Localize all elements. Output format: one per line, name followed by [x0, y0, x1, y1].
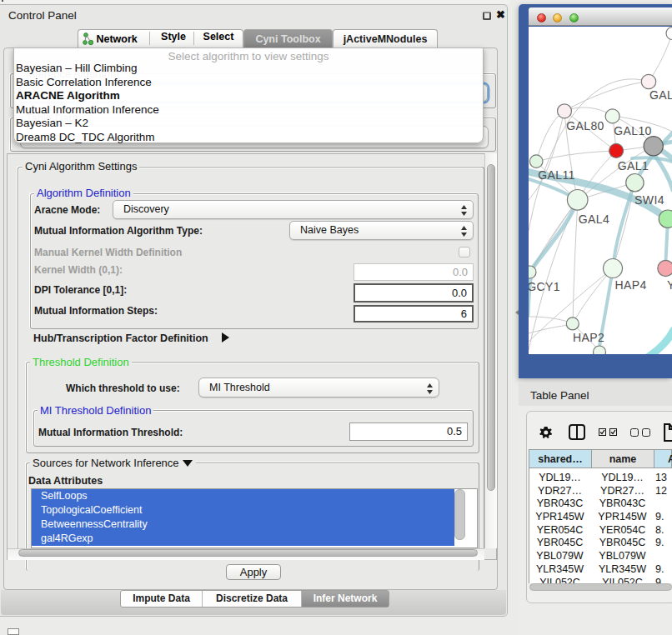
svg-text:GAL4: GAL4: [579, 212, 609, 226]
svg-text:GAL10: GAL10: [614, 124, 652, 138]
svg-text:SWI4: SWI4: [634, 193, 664, 207]
svg-text:Y: Y: [667, 278, 672, 292]
svg-text:GCY1: GCY1: [529, 280, 560, 293]
svg-text:GAL11: GAL11: [538, 168, 575, 182]
svg-text:GAL80: GAL80: [566, 119, 604, 132]
svg-text:HAP4: HAP4: [614, 278, 646, 292]
svg-text:GAL…: GAL…: [649, 88, 672, 102]
svg-text:GAL1: GAL1: [618, 159, 649, 172]
svg-text:HAP2: HAP2: [573, 331, 604, 344]
